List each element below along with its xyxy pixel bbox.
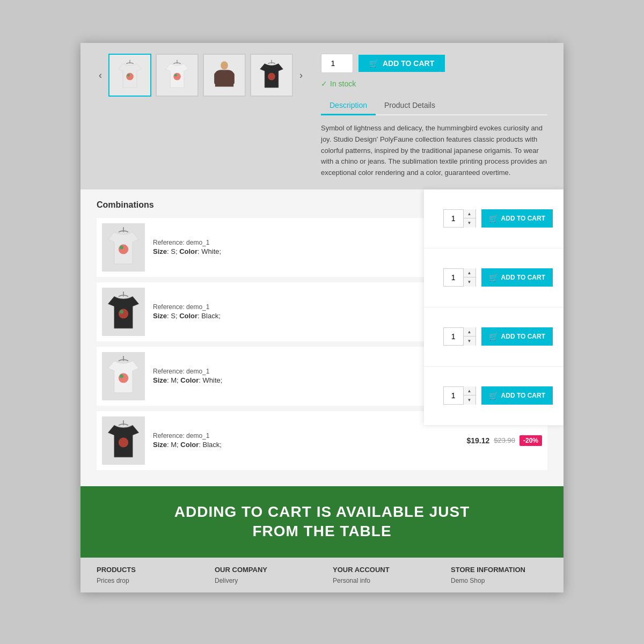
footer-title-3: YOUR ACCOUNT bbox=[333, 566, 429, 574]
tab-description[interactable]: Description bbox=[321, 97, 376, 115]
next-thumbnail-button[interactable]: › bbox=[297, 68, 305, 83]
color-value-3: White bbox=[203, 376, 221, 384]
color-label-3: Color bbox=[180, 376, 199, 384]
color-value-2: Black bbox=[201, 312, 218, 320]
cart-controls-panel: ▲ ▼ 🛒 ADD TO CART ▲ ▼ bbox=[424, 189, 564, 426]
add-to-cart-button-2[interactable]: 🛒 ADD TO CART bbox=[481, 268, 553, 287]
combo-details-1: Reference: demo_1 Size: S; Color: White; bbox=[153, 239, 458, 255]
size-value-2: S bbox=[171, 312, 175, 320]
qty-input-2[interactable] bbox=[444, 269, 463, 286]
qty-up-1[interactable]: ▲ bbox=[464, 209, 475, 218]
color-label-4: Color bbox=[180, 441, 199, 449]
qty-down-4[interactable]: ▼ bbox=[464, 396, 475, 405]
add-to-cart-button-4[interactable]: 🛒 ADD TO CART bbox=[481, 386, 553, 405]
footer-col-4: STORE INFORMATION Demo Shop bbox=[451, 566, 547, 584]
prev-thumbnail-button[interactable]: ‹ bbox=[97, 68, 104, 83]
combo-details-4: Reference: demo_1 Size: M; Color: Black; bbox=[153, 432, 458, 449]
add-to-cart-top-area: 🛒 ADD TO CART bbox=[321, 54, 547, 73]
qty-input-4[interactable] bbox=[444, 387, 463, 404]
footer-col-1: PRODUCTS Prices drop bbox=[97, 566, 193, 584]
svg-point-21 bbox=[119, 437, 128, 447]
combo-ref-4: Reference: demo_1 bbox=[153, 432, 458, 440]
qty-wrapper-1: ▲ ▼ bbox=[443, 209, 476, 228]
size-value-1: S bbox=[171, 247, 175, 255]
ref-label-2: Reference: bbox=[153, 303, 185, 311]
in-stock-text: In stock bbox=[330, 79, 356, 88]
combo-image-2 bbox=[102, 288, 145, 336]
svg-point-12 bbox=[119, 244, 128, 254]
cart-icon-1: 🛒 bbox=[489, 214, 498, 223]
footer-item-4[interactable]: Demo Shop bbox=[451, 577, 547, 584]
thumbnail-4[interactable] bbox=[250, 54, 293, 97]
add-to-cart-top-button[interactable]: 🛒 ADD TO CART bbox=[358, 55, 445, 72]
svg-point-1 bbox=[126, 73, 134, 80]
thumbnail-2[interactable] bbox=[156, 54, 199, 97]
color-value-4: Black bbox=[203, 441, 220, 449]
qty-arrows-1: ▲ ▼ bbox=[463, 209, 475, 228]
svg-point-15 bbox=[119, 309, 128, 318]
qty-up-4[interactable]: ▲ bbox=[464, 386, 475, 396]
combo-image-4 bbox=[102, 416, 145, 465]
cart-icon-3: 🛒 bbox=[489, 332, 498, 341]
ref-label-4: Reference: bbox=[153, 432, 185, 440]
qty-input-1[interactable] bbox=[444, 210, 463, 227]
footer-col-2: OUR COMPANY Delivery bbox=[215, 566, 311, 584]
svg-point-5 bbox=[174, 74, 177, 76]
combo-ref-2: Reference: demo_1 bbox=[153, 303, 458, 311]
add-to-cart-button-1[interactable]: 🛒 ADD TO CART bbox=[481, 209, 553, 228]
combo-pricing-4: $19.12 $23.90 -20% bbox=[466, 435, 542, 446]
color-label-1: Color bbox=[179, 247, 197, 255]
color-label-2: Color bbox=[179, 312, 197, 320]
combo-image-3 bbox=[102, 352, 145, 400]
add-to-cart-label-3: ADD TO CART bbox=[501, 333, 545, 340]
thumbnail-row: ‹ bbox=[97, 54, 305, 97]
qty-up-2[interactable]: ▲ bbox=[464, 268, 475, 277]
svg-point-19 bbox=[120, 375, 123, 378]
combo-attr-4: Size: M; Color: Black; bbox=[153, 441, 458, 449]
footer-item-2[interactable]: Delivery bbox=[215, 577, 311, 584]
qty-input-top[interactable] bbox=[321, 54, 353, 73]
combo-image-1 bbox=[102, 223, 145, 272]
qty-down-2[interactable]: ▼ bbox=[464, 277, 475, 287]
combinations-section: Combinations bbox=[80, 189, 564, 486]
thumbnail-1[interactable] bbox=[108, 54, 151, 97]
svg-point-18 bbox=[119, 373, 128, 383]
price-old-4: $23.90 bbox=[494, 436, 515, 444]
cart-icon-top: 🛒 bbox=[369, 59, 378, 68]
combo-attr-2: Size: S; Color: Black; bbox=[153, 312, 458, 320]
svg-rect-8 bbox=[230, 73, 235, 84]
qty-input-3[interactable] bbox=[444, 328, 463, 345]
product-info: 🛒 ADD TO CART ✓ In stock Description Pro… bbox=[321, 54, 547, 179]
size-label-4: Size bbox=[153, 441, 167, 449]
product-description: Symbol of lightness and delicacy, the hu… bbox=[321, 123, 547, 179]
page-wrapper: ‹ bbox=[0, 0, 644, 644]
svg-rect-7 bbox=[214, 73, 219, 84]
qty-arrows-2: ▲ ▼ bbox=[463, 268, 475, 287]
ref-value-3: demo_1 bbox=[186, 368, 209, 375]
thumbnail-3[interactable] bbox=[203, 54, 246, 97]
add-to-cart-top-label: ADD TO CART bbox=[383, 59, 434, 68]
add-to-cart-button-3[interactable]: 🛒 ADD TO CART bbox=[481, 327, 553, 346]
svg-point-13 bbox=[120, 246, 123, 250]
qty-wrapper-3: ▲ ▼ bbox=[443, 327, 476, 346]
ref-value-1: demo_1 bbox=[186, 239, 209, 246]
size-value-4: M bbox=[171, 441, 177, 449]
product-tabs: Description Product Details bbox=[321, 97, 547, 115]
ref-value-4: demo_1 bbox=[186, 432, 209, 440]
qty-wrapper-2: ▲ ▼ bbox=[443, 268, 476, 287]
qty-wrapper-4: ▲ ▼ bbox=[443, 386, 476, 405]
footer-item-3[interactable]: Personal info bbox=[333, 577, 429, 584]
qty-down-3[interactable]: ▼ bbox=[464, 336, 475, 346]
tab-product-details[interactable]: Product Details bbox=[376, 97, 444, 115]
add-to-cart-label-1: ADD TO CART bbox=[501, 215, 545, 222]
qty-up-3[interactable]: ▲ bbox=[464, 327, 475, 336]
footer-item-1[interactable]: Prices drop bbox=[97, 577, 193, 584]
cart-control-row-2: ▲ ▼ 🛒 ADD TO CART bbox=[424, 248, 564, 308]
size-label-1: Size bbox=[153, 247, 167, 255]
main-container: ‹ bbox=[80, 43, 564, 592]
cart-control-row-4: ▲ ▼ 🛒 ADD TO CART bbox=[424, 367, 564, 426]
discount-badge-4: -20% bbox=[519, 435, 542, 446]
qty-down-1[interactable]: ▼ bbox=[464, 218, 475, 228]
combo-attr-3: Size: M; Color: White; bbox=[153, 376, 458, 384]
ref-value-2: demo_1 bbox=[186, 303, 209, 311]
